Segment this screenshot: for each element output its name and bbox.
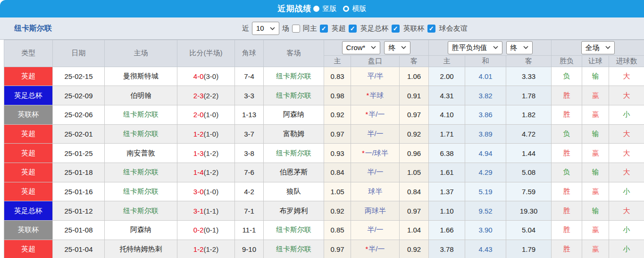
league-badge: 英足总杯 [4,201,53,221]
half-score: (0-1) [204,226,219,234]
table-row: 英超 25-01-25 南安普敦 1-3(1-2) 3-8 纽卡斯尔联 0.93… [4,144,644,163]
goals-flag: 大 [609,124,644,144]
avg-win-odds: 2.00 [429,67,465,86]
handicap-result-flag: 赢 [582,182,609,201]
avg-draw-odds: 5.19 [465,182,506,201]
col-header-date: 日期 [53,40,105,67]
handicap-line: 半/一 [368,245,385,253]
result-flag: 负 [552,163,582,182]
match-date: 25-02-15 [53,67,105,86]
handicap-result-flag: 赢 [582,86,609,105]
handicap-away-odds: 0.97 [400,105,429,124]
recent-results-panel: 近期战绩 竖版 横版 纽卡斯尔联 近 10 场 同主 ✓ 英超 ✓ 英足总杯 ✓… [0,0,644,258]
odds-company-select[interactable]: Crow* [342,41,381,54]
avg-stage-value: 终 [510,43,518,52]
radio-vertical-label[interactable]: 竖版 [323,4,337,13]
scope-select[interactable]: 全场 [581,41,615,54]
avg-lose-odds: 1.79 [506,240,552,258]
chevron-down-icon [371,46,376,49]
handicap-line: 两球半 [365,206,386,215]
avg-lose-odds: 3.33 [506,67,552,86]
subheader-handicap-home: 主 [324,55,351,67]
avg-lose-odds: 4.72 [506,124,552,144]
half-score: (3-0) [204,72,219,80]
league-badge: 英联杯 [4,221,53,240]
table-row: 英足总杯 25-01-12 纽卡斯尔联 3-1(1-1) 7-1 布罗姆利 0.… [4,201,644,221]
away-team: 纽卡斯尔联 [264,86,324,105]
league-badge: 英超 [4,67,53,86]
checkbox-premier-league[interactable]: ✓ [320,25,328,33]
checkbox-efl-cup[interactable]: ✓ [392,25,400,33]
avg-win-odds: 4.31 [429,86,465,105]
radio-horizontal-label[interactable]: 横版 [352,4,367,13]
avg-draw-odds: 4.43 [465,240,506,258]
result-flag: 胜 [552,240,582,258]
match-date: 25-01-18 [53,163,105,182]
score-cell: 0-2(0-1) [177,221,235,240]
goals-flag: 大 [609,163,644,182]
handicap-star: * [365,110,368,118]
avg-win-odds: 4.10 [429,105,465,124]
corners: 3-8 [235,144,264,163]
avg-lose-odds: 1.78 [506,86,552,105]
chevron-down-icon [605,46,611,49]
goals-flag: 小 [609,240,644,258]
avg-stage-select[interactable]: 终 [506,41,533,54]
radio-horizontal-layout[interactable] [343,6,349,12]
col-header-corners: 角球 [235,40,264,67]
handicap-line-cell: 两球半 [351,201,400,221]
handicap-stage-select[interactable]: 终 [384,41,410,54]
full-score: 2-3 [193,92,204,100]
away-team: 伯恩茅斯 [264,163,324,182]
avg-odds-select[interactable]: 胜平负均值 [448,41,502,54]
handicap-home-odds: 0.92 [324,201,351,221]
handicap-group-header: Crow* 终 [324,40,429,56]
goals-flag: 小 [609,221,644,240]
avg-draw-odds: 9.52 [465,201,506,221]
match-date: 25-01-16 [53,182,105,201]
handicap-away-odds: 0.92 [400,124,429,144]
score-cell: 3-0(1-0) [177,182,235,201]
goals-flag: 大 [609,86,644,105]
handicap-home-odds: 0.97 [324,124,351,144]
subheader-handicap-result: 让球 [582,55,609,67]
club-friendly-label[interactable]: 球会友谊 [439,24,468,33]
handicap-home-odds: 0.84 [324,163,351,182]
half-score: (1-0) [204,130,219,138]
checkbox-fa-cup[interactable]: ✓ [349,25,357,33]
subheader-avg-lose: 客 [506,55,552,67]
score-cell: 1-3(1-2) [177,144,235,163]
table-row: 英超 25-01-04 托特纳姆热刺 1-2(1-2) 9-10 纽卡斯尔联 0… [4,240,644,258]
handicap-result-flag: 赢 [582,144,609,163]
league-badge: 英超 [4,240,53,258]
goals-flag: 大 [609,67,644,86]
handicap-line-cell: *半/一 [351,240,400,258]
radio-vertical-layout[interactable] [313,6,319,12]
subheader-handicap-away: 客 [400,55,429,67]
recent-label: 近 [242,24,249,33]
away-team: 富勒姆 [264,124,324,144]
avg-draw-odds: 3.89 [465,124,506,144]
handicap-line: 半/一 [367,168,383,176]
league-badge: 英超 [4,144,53,163]
handicap-line: 半/一 [367,225,383,233]
goals-flag: 小 [609,182,644,201]
result-flag: 负 [552,124,582,144]
checkbox-same-home[interactable] [292,25,300,33]
handicap-away-odds: 1.05 [400,163,429,182]
half-score: (1-1) [204,207,219,215]
handicap-line-cell: 平/半 [351,67,400,86]
avg-win-odds: 1.61 [429,163,465,182]
handicap-star: * [362,149,365,157]
corners: 3-3 [235,86,264,105]
home-team: 曼彻斯特城 [105,67,177,86]
handicap-line-cell: 半/一 [351,124,400,144]
avg-odds-value: 胜平负均值 [452,43,487,52]
premier-league-label[interactable]: 英超 [332,24,346,33]
fa-cup-label[interactable]: 英足总杯 [360,24,389,33]
efl-cup-label[interactable]: 英联杯 [403,24,425,33]
home-team: 纽卡斯尔联 [105,182,177,201]
checkbox-club-friendly[interactable]: ✓ [427,25,435,33]
match-date: 25-01-08 [53,221,105,240]
recent-count-select[interactable]: 10 [252,22,279,35]
